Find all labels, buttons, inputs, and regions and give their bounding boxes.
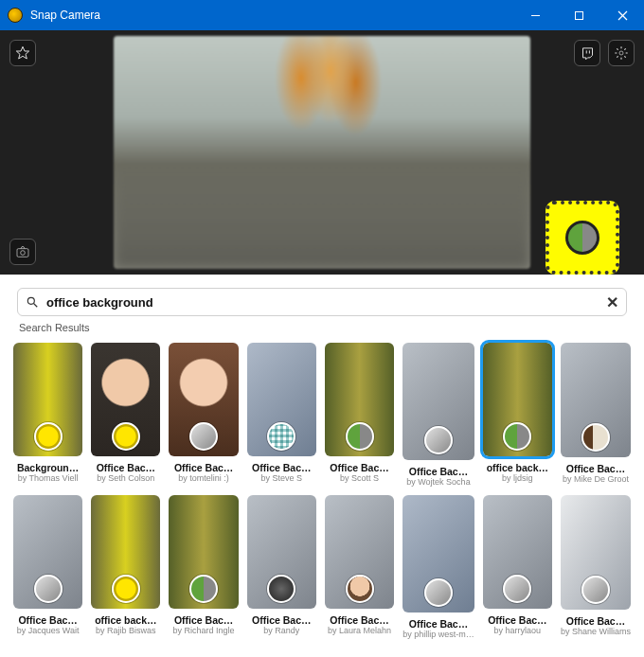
lens-mini-icon [34, 422, 63, 451]
lens-thumbnail[interactable] [169, 495, 238, 609]
lens-card[interactable]: office back…by Rajib Biswas [91, 495, 160, 639]
lens-mini-icon [34, 575, 63, 603]
lens-card[interactable]: Office Bac…by phillip west-m… [402, 495, 474, 639]
lens-author: by Mike De Groot [561, 474, 631, 484]
settings-button[interactable] [608, 40, 635, 66]
maximize-button[interactable] [557, 0, 600, 30]
lens-thumbnail[interactable] [561, 343, 631, 457]
lens-author: by Thomas Viell [13, 473, 82, 483]
lens-card[interactable]: Office Bac…by Shane Williams [561, 495, 631, 639]
lens-card[interactable]: Office Bac…by Jacques Wait [13, 495, 82, 639]
lens-thumbnail[interactable] [13, 343, 82, 456]
lens-author: by Rajib Biswas [91, 626, 160, 635]
search-results-label: Search Results [19, 322, 627, 333]
lens-card[interactable]: Office Bac…by Mike De Groot [561, 343, 631, 487]
svg-rect-1 [575, 11, 582, 19]
lens-title: Office Bac… [247, 462, 316, 473]
lens-thumbnail[interactable] [402, 343, 474, 460]
lens-card[interactable]: Office Bac…by harrylaou [483, 495, 552, 639]
lens-card[interactable]: Office Bac…by Richard Ingle [169, 495, 238, 639]
svg-point-7 [21, 251, 26, 256]
lens-thumbnail[interactable] [325, 495, 394, 609]
lens-thumbnail[interactable] [13, 495, 82, 609]
lens-author: by harrylaou [483, 626, 552, 635]
lens-title: Office Bac… [561, 463, 631, 474]
camera-preview-area [0, 30, 644, 275]
lens-card[interactable]: Office Bac…by Randy [247, 495, 316, 639]
lens-thumbnail[interactable] [247, 495, 316, 609]
lens-mini-icon [267, 575, 295, 603]
lens-thumbnail[interactable] [91, 343, 160, 456]
lens-title: office back… [91, 614, 160, 626]
camera-icon [15, 244, 30, 259]
lens-mini-icon [424, 578, 453, 607]
gear-icon [614, 45, 629, 61]
lens-thumbnail[interactable] [91, 495, 160, 609]
favorite-button[interactable] [9, 40, 36, 66]
window-titlebar: Snap Camera [0, 0, 644, 30]
lens-thumbnail[interactable] [483, 495, 552, 609]
lens-mini-icon [581, 576, 610, 604]
search-input[interactable] [46, 295, 599, 310]
lens-mini-icon [189, 422, 218, 451]
clear-search-button[interactable]: ✕ [606, 293, 618, 311]
screenshot-button[interactable] [9, 239, 36, 265]
lens-thumbnail[interactable] [483, 343, 552, 456]
lens-author: by Shane Williams [561, 627, 631, 636]
lens-card[interactable]: Backgroun…by Thomas Viell [13, 343, 82, 487]
lens-title: Office Bac… [325, 614, 394, 626]
lens-card[interactable]: office back…by ljdsig [483, 343, 552, 487]
camera-preview [114, 36, 530, 269]
lens-mini-icon [189, 575, 218, 603]
minimize-button[interactable] [513, 0, 557, 30]
lens-mini-icon [581, 423, 610, 452]
svg-line-9 [34, 304, 38, 308]
lens-card[interactable]: Office Bac…by Steve S [247, 343, 316, 487]
twitch-icon [581, 46, 595, 61]
svg-point-8 [27, 297, 34, 304]
app-icon [8, 8, 23, 23]
lens-thumbnail[interactable] [325, 343, 394, 456]
lens-author: by tomtelini :) [169, 473, 238, 483]
lens-thumbnail[interactable] [169, 343, 238, 456]
lens-title: office back… [483, 462, 552, 473]
lens-title: Office Bac… [169, 462, 238, 473]
lens-title: Office Bac… [402, 466, 474, 477]
lens-thumbnail[interactable] [561, 495, 631, 610]
lens-author: by Laura Melahn [325, 626, 394, 635]
lens-mini-icon [346, 575, 374, 603]
lens-thumbnail[interactable] [402, 495, 474, 613]
lens-mini-icon [503, 575, 531, 603]
lens-card[interactable]: Office Bac…by tomtelini :) [169, 343, 238, 487]
lens-author: by Wojtek Socha [402, 477, 474, 487]
window-title: Snap Camera [30, 9, 100, 22]
snapcode-avatar [565, 221, 599, 255]
lens-card[interactable]: Office Bac…by Laura Melahn [325, 495, 394, 639]
lens-title: Office Bac… [169, 614, 238, 626]
twitch-button[interactable] [574, 40, 600, 66]
lens-mini-icon [267, 422, 295, 451]
lens-mini-icon [424, 426, 453, 454]
snapcode[interactable] [546, 201, 619, 275]
lens-thumbnail[interactable] [247, 343, 316, 456]
lens-title: Office Bac… [402, 618, 474, 630]
search-bar: ✕ [17, 288, 627, 316]
lens-card[interactable]: Office Bac…by Scott S [325, 343, 394, 487]
lens-title: Office Bac… [325, 462, 394, 473]
lens-author: by Scott S [325, 473, 394, 483]
lens-author: by phillip west-m… [402, 630, 474, 639]
lens-card[interactable]: Office Bac…by Wojtek Socha [402, 343, 474, 487]
star-icon [15, 45, 30, 61]
close-button[interactable] [600, 0, 644, 30]
lens-author: by Steve S [247, 473, 316, 483]
lens-title: Office Bac… [91, 462, 160, 473]
lens-author: by Randy [247, 626, 316, 635]
lens-card[interactable]: Office Bac…by Seth Colson [91, 343, 160, 487]
lens-title: Office Bac… [247, 614, 316, 626]
search-section: ✕ Search Results [0, 275, 644, 337]
lens-mini-icon [112, 575, 140, 603]
lens-mini-icon [346, 422, 374, 451]
lens-author: by Richard Ingle [169, 626, 238, 635]
svg-point-5 [619, 51, 623, 55]
search-icon [26, 295, 39, 309]
